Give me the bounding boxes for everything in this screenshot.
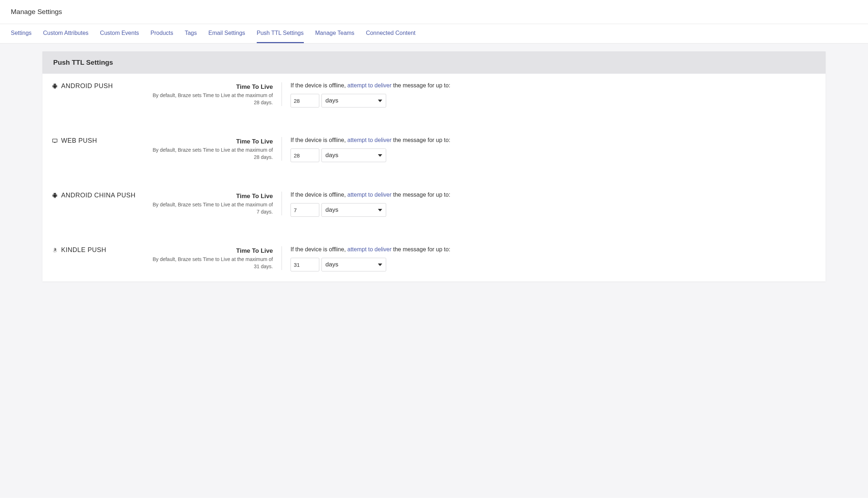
ttl-row-web: WEB PUSH Time To Live By default, Braze … — [42, 128, 826, 183]
attempt-deliver-link[interactable]: attempt to deliver — [347, 192, 392, 198]
platform-label: WEB PUSH — [61, 137, 97, 145]
ttl-right: If the device is offline, attempt to del… — [282, 192, 816, 217]
ttl-sentence: If the device is offline, attempt to del… — [291, 82, 816, 89]
controls: days — [291, 258, 816, 271]
tab-products[interactable]: Products — [151, 24, 173, 43]
ttl-title: Time To Live — [149, 83, 273, 91]
controls: days — [291, 203, 816, 217]
android-icon — [52, 83, 58, 89]
ttl-desc: By default, Braze sets Time to Live at t… — [149, 147, 273, 161]
attempt-deliver-link[interactable]: attempt to deliver — [347, 82, 392, 88]
android-icon — [52, 193, 58, 198]
ttl-value-input[interactable] — [291, 203, 319, 217]
ttl-title: Time To Live — [149, 247, 273, 255]
ttl-right: If the device is offline, attempt to del… — [282, 137, 816, 162]
ttl-desc: By default, Braze sets Time to Live at t… — [149, 256, 273, 270]
sentence-prefix: If the device is offline, — [291, 246, 347, 252]
sentence-suffix: the message for up to: — [392, 246, 451, 252]
unit-label: days — [325, 152, 338, 159]
ttl-left: ANDROID PUSH — [52, 82, 149, 90]
ttl-unit-select[interactable]: days — [321, 258, 386, 271]
tab-connected-content[interactable]: Connected Content — [366, 24, 416, 43]
ttl-middle: Time To Live By default, Braze sets Time… — [149, 137, 282, 161]
ttl-middle: Time To Live By default, Braze sets Time… — [149, 192, 282, 215]
ttl-unit-select[interactable]: days — [321, 148, 386, 162]
ttl-unit-select[interactable]: days — [321, 94, 386, 107]
tab-push-ttl-settings[interactable]: Push TTL Settings — [257, 24, 304, 43]
ttl-right: If the device is offline, attempt to del… — [282, 82, 816, 107]
page-title: Manage Settings — [11, 8, 857, 16]
sentence-prefix: If the device is offline, — [291, 192, 347, 198]
sentence-prefix: If the device is offline, — [291, 137, 347, 143]
tab-custom-attributes[interactable]: Custom Attributes — [43, 24, 88, 43]
ttl-value-input[interactable] — [291, 258, 319, 271]
ttl-left: WEB PUSH — [52, 137, 149, 145]
platform-label: ANDROID CHINA PUSH — [61, 192, 136, 199]
unit-label: days — [325, 261, 338, 268]
ttl-row-android: ANDROID PUSH Time To Live By default, Br… — [42, 74, 826, 128]
ttl-value-input[interactable] — [291, 148, 319, 162]
ttl-value-input[interactable] — [291, 94, 319, 107]
settings-panel: Push TTL Settings ANDROID PUSH Time To L… — [42, 51, 826, 281]
chevron-down-icon — [378, 264, 382, 266]
content-wrapper: Push TTL Settings ANDROID PUSH Time To L… — [0, 44, 868, 498]
page-header: Manage Settings — [0, 0, 868, 24]
tab-manage-teams[interactable]: Manage Teams — [315, 24, 355, 43]
ttl-title: Time To Live — [149, 138, 273, 145]
ttl-title: Time To Live — [149, 193, 273, 200]
chevron-down-icon — [378, 100, 382, 102]
tab-email-settings[interactable]: Email Settings — [209, 24, 245, 43]
tab-tags[interactable]: Tags — [185, 24, 197, 43]
platform-label: ANDROID PUSH — [61, 82, 113, 90]
unit-label: days — [325, 97, 338, 104]
unit-label: days — [325, 206, 338, 214]
ttl-desc: By default, Braze sets Time to Live at t… — [149, 92, 273, 106]
panel-header-title: Push TTL Settings — [53, 59, 815, 67]
ttl-left: KINDLE PUSH — [52, 246, 149, 254]
ttl-row-android-china: ANDROID CHINA PUSH Time To Live By defau… — [42, 183, 826, 238]
sentence-suffix: the message for up to: — [392, 192, 451, 198]
ttl-desc: By default, Braze sets Time to Live at t… — [149, 201, 273, 215]
sentence-prefix: If the device is offline, — [291, 82, 347, 88]
tabs-bar: Settings Custom Attributes Custom Events… — [0, 24, 868, 44]
ttl-sentence: If the device is offline, attempt to del… — [291, 192, 816, 198]
ttl-middle: Time To Live By default, Braze sets Time… — [149, 246, 282, 270]
ttl-row-kindle: KINDLE PUSH Time To Live By default, Bra… — [42, 238, 826, 281]
chevron-down-icon — [378, 154, 382, 157]
ttl-sentence: If the device is offline, attempt to del… — [291, 246, 816, 253]
platform-label: KINDLE PUSH — [61, 246, 106, 254]
ttl-unit-select[interactable]: days — [321, 203, 386, 217]
controls: days — [291, 148, 816, 162]
panel-header: Push TTL Settings — [42, 51, 826, 74]
ttl-middle: Time To Live By default, Braze sets Time… — [149, 82, 282, 106]
ttl-sentence: If the device is offline, attempt to del… — [291, 137, 816, 143]
sentence-suffix: the message for up to: — [392, 137, 451, 143]
tab-custom-events[interactable]: Custom Events — [100, 24, 139, 43]
tab-settings[interactable]: Settings — [11, 24, 32, 43]
sentence-suffix: the message for up to: — [392, 82, 451, 88]
ttl-right: If the device is offline, attempt to del… — [282, 246, 816, 271]
controls: days — [291, 94, 816, 107]
amazon-icon — [52, 247, 58, 253]
attempt-deliver-link[interactable]: attempt to deliver — [347, 246, 392, 252]
attempt-deliver-link[interactable]: attempt to deliver — [347, 137, 392, 143]
monitor-icon — [52, 138, 58, 144]
ttl-left: ANDROID CHINA PUSH — [52, 192, 149, 199]
chevron-down-icon — [378, 209, 382, 211]
